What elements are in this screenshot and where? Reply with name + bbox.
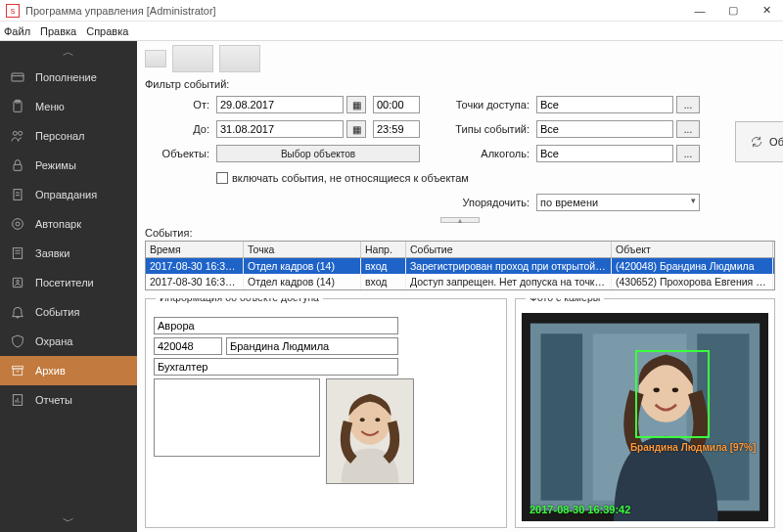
menu-help[interactable]: Справка xyxy=(86,25,128,37)
sidebar-item-label: Пополнение xyxy=(35,71,97,83)
to-date-picker-button[interactable]: ▦ xyxy=(346,120,366,138)
thumbnail-2[interactable] xyxy=(172,45,213,72)
col-dir[interactable]: Напр. xyxy=(361,242,406,257)
from-time-input[interactable] xyxy=(373,96,420,113)
col-point[interactable]: Точка xyxy=(244,242,361,257)
cell-point: Отдел кадров (14) xyxy=(244,258,361,274)
events-table: Время Точка Напр. Событие Объект 2017-08… xyxy=(145,241,775,290)
from-date-input[interactable] xyxy=(216,96,344,113)
thumbnail-3[interactable] xyxy=(219,45,260,72)
sidebar-item-4[interactable]: Оправдания xyxy=(0,180,137,209)
sidebar-item-label: Заявки xyxy=(35,247,70,259)
sidebar-item-8[interactable]: События xyxy=(0,297,137,327)
sidebar-item-3[interactable]: Режимы xyxy=(0,151,137,180)
archive-icon xyxy=(10,363,25,378)
cell-event: Зарегистрирован проход при открытой две.… xyxy=(406,258,612,274)
from-date-picker-button[interactable]: ▦ xyxy=(346,96,366,113)
camera-frame: Брандина Людмила [97%] 2017-08-30 16:39:… xyxy=(522,313,768,521)
camera-panel: Фото с камеры xyxy=(515,298,775,528)
choose-objects-button[interactable]: Выбор объектов xyxy=(216,145,420,162)
sidebar-scroll-up[interactable]: ︿ xyxy=(0,41,137,63)
calendar-icon: ▦ xyxy=(352,100,361,111)
sidebar-item-9[interactable]: Охрана xyxy=(0,327,137,356)
events-section-label: События: xyxy=(145,227,775,239)
sidebar-item-1[interactable]: Меню xyxy=(0,92,137,121)
alcohol-browse-button[interactable]: ... xyxy=(676,145,700,162)
from-label: От: xyxy=(145,99,213,111)
calendar-icon: ▦ xyxy=(352,124,361,135)
sidebar-item-label: Посетители xyxy=(35,277,94,288)
sidebar-item-10[interactable]: Архив xyxy=(0,356,137,385)
card-icon xyxy=(10,69,25,85)
note-icon xyxy=(10,245,25,261)
menu-file[interactable]: Файл xyxy=(4,25,30,37)
horizontal-splitter[interactable]: ▲ xyxy=(145,215,775,225)
order-select[interactable]: по времени xyxy=(536,194,700,211)
svg-rect-7 xyxy=(14,190,22,200)
col-time[interactable]: Время xyxy=(146,242,244,257)
svg-point-10 xyxy=(13,219,23,230)
info-id-input[interactable] xyxy=(154,337,222,355)
target-icon xyxy=(10,216,25,232)
cell-dir: вход xyxy=(361,258,406,274)
svg-rect-30 xyxy=(541,333,583,500)
sidebar-item-2[interactable]: Персонал xyxy=(0,121,137,151)
svg-rect-6 xyxy=(14,164,22,170)
menu-edit[interactable]: Правка xyxy=(40,25,76,37)
cell-time: 2017-08-30 16:39:43 xyxy=(146,274,244,289)
table-row[interactable]: 2017-08-30 16:39:43Отдел кадров (14)вход… xyxy=(146,274,774,289)
close-button[interactable]: ✕ xyxy=(750,0,783,22)
svg-point-16 xyxy=(17,280,20,283)
sidebar-item-0[interactable]: Пополнение xyxy=(0,63,137,92)
svg-rect-18 xyxy=(13,369,22,376)
camera-panel-title: Фото с камеры xyxy=(526,298,604,303)
info-company-input[interactable] xyxy=(154,317,398,334)
event-types-browse-button[interactable]: ... xyxy=(676,120,700,138)
to-time-input[interactable] xyxy=(373,120,420,138)
sidebar-item-6[interactable]: Заявки xyxy=(0,239,137,268)
event-types-input[interactable] xyxy=(536,120,673,138)
to-date-input[interactable] xyxy=(216,120,344,138)
lock-icon xyxy=(10,157,25,173)
event-types-label: Типы событий: xyxy=(445,123,533,135)
maximize-button[interactable]: ▢ xyxy=(716,0,750,22)
sidebar-item-label: Охрана xyxy=(35,335,72,347)
cell-point: Отдел кадров (14) xyxy=(244,274,361,289)
clipboard-icon xyxy=(10,99,25,114)
include-unrelated-checkbox[interactable] xyxy=(216,172,228,184)
info-position-input[interactable] xyxy=(154,358,398,376)
svg-point-4 xyxy=(13,131,17,135)
sidebar-item-label: Режимы xyxy=(35,159,76,171)
refresh-icon xyxy=(750,135,763,149)
shield-icon xyxy=(10,333,25,349)
access-points-label: Точки доступа: xyxy=(445,99,533,111)
id-photo xyxy=(326,378,414,484)
info-notes-textarea[interactable] xyxy=(154,378,320,457)
badge-icon xyxy=(10,275,25,290)
col-event[interactable]: Событие xyxy=(406,242,612,257)
info-name-input[interactable] xyxy=(226,337,398,355)
svg-point-11 xyxy=(16,222,20,226)
camera-timestamp: 2017-08-30 16:39:42 xyxy=(530,504,630,515)
minimize-button[interactable]: — xyxy=(683,0,716,22)
table-row[interactable]: 2017-08-30 16:39:42Отдел кадров (14)вход… xyxy=(146,258,774,274)
thumbnail-1[interactable] xyxy=(145,50,166,67)
doc-icon xyxy=(10,187,25,202)
access-points-browse-button[interactable]: ... xyxy=(676,96,700,113)
sidebar-item-11[interactable]: Отчеты xyxy=(0,385,137,415)
app-icon: s xyxy=(6,4,20,18)
sidebar-item-7[interactable]: Посетители xyxy=(0,268,137,297)
refresh-button[interactable]: Обновить xyxy=(735,121,783,162)
alcohol-input[interactable] xyxy=(536,145,673,162)
object-info-title: Информация об объекте доступа xyxy=(156,298,323,303)
sidebar-item-5[interactable]: Автопарк xyxy=(0,209,137,239)
sidebar-item-label: Персонал xyxy=(35,130,85,142)
people-icon xyxy=(10,128,25,144)
col-object[interactable]: Объект xyxy=(612,242,773,257)
menu-bar: Файл Правка Справка xyxy=(0,22,783,41)
sidebar-scroll-down[interactable]: ﹀ xyxy=(0,510,137,532)
bell-icon xyxy=(10,304,25,320)
window-title: Программа управления [Administrator] xyxy=(25,5,683,17)
main-area: Фильтр событий: От: ▦ Точки доступа: ...… xyxy=(137,41,783,532)
access-points-input[interactable] xyxy=(536,96,673,113)
